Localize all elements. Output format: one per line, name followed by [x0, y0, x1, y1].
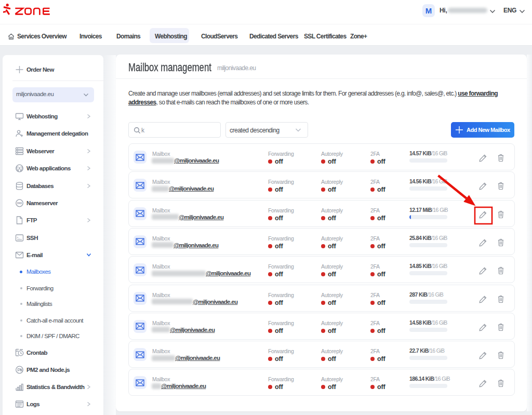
svg-text:DNS: DNS [17, 202, 22, 205]
svg-text:>_: >_ [17, 236, 20, 239]
